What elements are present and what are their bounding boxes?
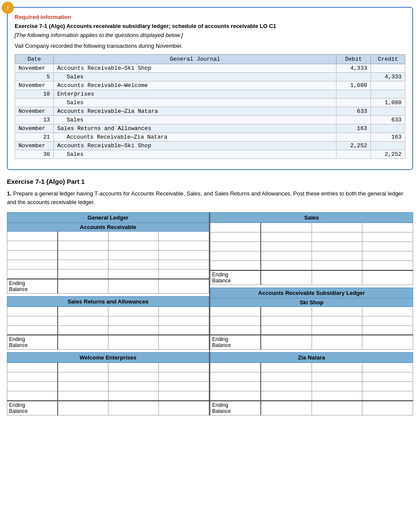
t-cell[interactable]	[210, 251, 261, 261]
t-cell[interactable]	[312, 223, 362, 232]
ending-value[interactable]	[108, 279, 158, 294]
t-cell[interactable]	[108, 251, 158, 260]
t-cell[interactable]	[158, 307, 209, 316]
t-cell[interactable]	[312, 382, 362, 391]
t-cell[interactable]	[108, 382, 158, 391]
t-cell[interactable]	[158, 260, 209, 269]
t-cell[interactable]	[158, 382, 209, 391]
t-cell[interactable]	[7, 307, 58, 316]
ending-value[interactable]	[158, 335, 209, 350]
t-cell[interactable]	[7, 241, 58, 251]
t-cell[interactable]	[210, 382, 261, 391]
t-cell[interactable]	[362, 363, 413, 372]
t-cell[interactable]	[58, 251, 108, 260]
t-cell[interactable]	[210, 242, 261, 251]
t-cell[interactable]	[108, 269, 158, 279]
ending-value[interactable]	[362, 335, 413, 350]
ending-value[interactable]	[261, 335, 312, 350]
ending-value[interactable]	[58, 279, 108, 294]
t-cell[interactable]	[210, 391, 261, 401]
t-cell[interactable]	[108, 325, 158, 335]
t-cell[interactable]	[312, 307, 362, 316]
t-cell[interactable]	[58, 232, 108, 241]
t-cell[interactable]	[158, 363, 209, 372]
t-cell[interactable]	[108, 372, 158, 382]
t-cell[interactable]	[7, 269, 58, 279]
t-cell[interactable]	[210, 232, 261, 242]
t-cell[interactable]	[261, 363, 312, 372]
t-cell[interactable]	[312, 325, 362, 335]
t-cell[interactable]	[261, 223, 312, 232]
t-cell[interactable]	[362, 232, 413, 242]
t-cell[interactable]	[261, 232, 312, 242]
t-cell[interactable]	[362, 251, 413, 261]
t-cell[interactable]	[362, 382, 413, 391]
ending-value[interactable]	[158, 279, 209, 294]
t-cell[interactable]	[58, 241, 108, 251]
t-cell[interactable]	[261, 316, 312, 325]
t-cell[interactable]	[108, 260, 158, 269]
ending-value[interactable]	[261, 270, 312, 285]
ending-value[interactable]	[108, 335, 158, 350]
t-cell[interactable]	[362, 261, 413, 270]
t-cell[interactable]	[58, 363, 108, 372]
t-cell[interactable]	[7, 325, 58, 335]
t-cell[interactable]	[158, 325, 209, 335]
t-cell[interactable]	[7, 363, 58, 372]
t-cell[interactable]	[108, 232, 158, 241]
t-cell[interactable]	[58, 269, 108, 279]
ending-value[interactable]	[312, 335, 362, 350]
t-cell[interactable]	[261, 382, 312, 391]
t-cell[interactable]	[58, 260, 108, 269]
t-cell[interactable]	[7, 391, 58, 401]
t-cell[interactable]	[261, 307, 312, 316]
t-cell[interactable]	[58, 325, 108, 335]
t-cell[interactable]	[210, 261, 261, 270]
t-cell[interactable]	[362, 242, 413, 251]
t-cell[interactable]	[312, 232, 362, 242]
t-cell[interactable]	[108, 316, 158, 325]
t-cell[interactable]	[58, 307, 108, 316]
t-cell[interactable]	[312, 391, 362, 401]
t-cell[interactable]	[108, 307, 158, 316]
t-cell[interactable]	[158, 269, 209, 279]
ending-value[interactable]	[312, 401, 362, 415]
t-cell[interactable]	[158, 241, 209, 251]
t-cell[interactable]	[210, 316, 261, 325]
ending-value[interactable]	[58, 401, 108, 415]
t-cell[interactable]	[7, 372, 58, 382]
t-cell[interactable]	[261, 372, 312, 382]
t-cell[interactable]	[312, 261, 362, 270]
t-cell[interactable]	[58, 372, 108, 382]
t-cell[interactable]	[312, 251, 362, 261]
t-cell[interactable]	[362, 325, 413, 335]
t-cell[interactable]	[158, 316, 209, 325]
t-cell[interactable]	[210, 325, 261, 335]
ending-value[interactable]	[58, 335, 108, 350]
t-cell[interactable]	[58, 391, 108, 401]
ending-value[interactable]	[362, 401, 413, 415]
ending-value[interactable]	[158, 401, 209, 415]
t-cell[interactable]	[312, 316, 362, 325]
t-cell[interactable]	[7, 316, 58, 325]
t-cell[interactable]	[261, 251, 312, 261]
t-cell[interactable]	[108, 391, 158, 401]
t-cell[interactable]	[158, 251, 209, 260]
t-cell[interactable]	[158, 391, 209, 401]
t-cell[interactable]	[362, 307, 413, 316]
t-cell[interactable]	[108, 241, 158, 251]
ending-value[interactable]	[108, 401, 158, 415]
t-cell[interactable]	[108, 363, 158, 372]
t-cell[interactable]	[312, 363, 362, 372]
t-cell[interactable]	[362, 372, 413, 382]
t-cell[interactable]	[261, 242, 312, 251]
ending-value[interactable]	[362, 270, 413, 285]
t-cell[interactable]	[158, 232, 209, 241]
t-cell[interactable]	[210, 223, 261, 232]
t-cell[interactable]	[362, 391, 413, 401]
ending-value[interactable]	[312, 270, 362, 285]
t-cell[interactable]	[261, 391, 312, 401]
t-cell[interactable]	[7, 382, 58, 391]
t-cell[interactable]	[210, 372, 261, 382]
t-cell[interactable]	[58, 382, 108, 391]
